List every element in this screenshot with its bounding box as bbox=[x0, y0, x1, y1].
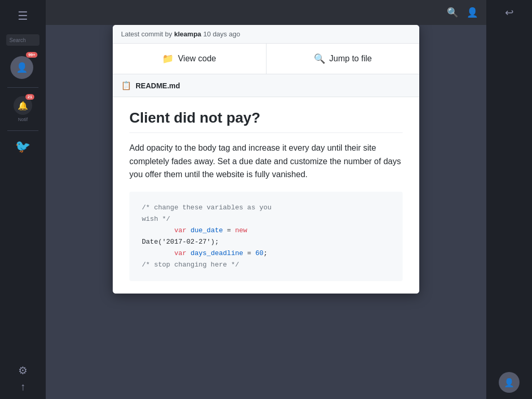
code-semicolon: ; bbox=[263, 249, 268, 257]
notifications-label: Notif bbox=[18, 117, 28, 122]
readme-heading: Client did not pay? bbox=[129, 110, 403, 133]
search-bar[interactable]: Search bbox=[6, 34, 39, 46]
view-code-label: View code bbox=[178, 54, 216, 63]
code-date-string: Date('2017-02-27'); bbox=[142, 238, 219, 246]
code-indent-2 bbox=[142, 249, 174, 257]
jump-label: Jump to file bbox=[329, 54, 372, 63]
github-card: Latest commit by kleampa 10 days ago 📁 V… bbox=[113, 25, 419, 294]
sidebar-divider-2 bbox=[7, 130, 38, 131]
search-icon[interactable]: 🔍 bbox=[447, 7, 458, 18]
code-keyword-var2: var bbox=[174, 249, 186, 257]
commit-author: kleampa bbox=[174, 30, 201, 38]
search-placeholder: Search bbox=[9, 37, 26, 43]
main-content: 🔍 👤 Latest commit by kleampa 10 days ago… bbox=[46, 0, 486, 399]
search-jump-icon: 🔍 bbox=[314, 53, 325, 64]
commit-prefix: Latest commit by bbox=[121, 30, 172, 38]
menu-icon[interactable]: ☰ bbox=[15, 6, 31, 26]
code-eq-1: = bbox=[223, 227, 235, 234]
settings-icon[interactable]: ⚙ bbox=[18, 364, 28, 377]
code-eq-2: = bbox=[243, 249, 255, 257]
code-space-2 bbox=[187, 249, 191, 257]
notifications-group: 🔔 21 Notif bbox=[14, 96, 32, 122]
code-var-days-deadline: days_deadline bbox=[191, 249, 243, 257]
avatar: 👤 bbox=[10, 56, 33, 79]
commit-suffix: 10 days ago bbox=[203, 30, 240, 38]
readme-filename: README.md bbox=[136, 82, 180, 90]
notifications-icon-badge[interactable]: 🔔 21 bbox=[14, 96, 32, 115]
avatar-container[interactable]: 99+ 👤 bbox=[10, 54, 35, 79]
jump-to-file-button[interactable]: 🔍 Jump to file bbox=[267, 44, 420, 74]
view-code-button[interactable]: 📁 View code bbox=[113, 44, 267, 74]
readme-description: Add opacity to the body tag and increase… bbox=[129, 141, 403, 181]
code-keyword-new: new bbox=[235, 227, 247, 234]
folder-icon: 📁 bbox=[162, 53, 174, 64]
code-comment-1: /* change these variables as youwish */ bbox=[142, 204, 272, 223]
code-space-1 bbox=[187, 227, 191, 234]
sidebar-divider-1 bbox=[7, 87, 38, 88]
top-bar: 🔍 👤 bbox=[46, 0, 486, 25]
share-icon[interactable]: ↩ bbox=[505, 6, 514, 19]
left-sidebar: ☰ Search 99+ 👤 🔔 21 Notif 🐦 ⚙ ↑ bbox=[0, 0, 46, 399]
code-keyword-var1: var bbox=[174, 227, 186, 234]
twitter-icon[interactable]: 🐦 bbox=[15, 139, 31, 154]
user-icon[interactable]: 👤 bbox=[467, 7, 478, 18]
center-panel: Latest commit by kleampa 10 days ago 📁 V… bbox=[46, 25, 486, 399]
code-comment-2: /* stop changing here */ bbox=[142, 261, 239, 269]
right-sidebar: ↩ 👤 bbox=[486, 0, 532, 399]
notifications-badge: 21 bbox=[25, 94, 34, 100]
code-num-60: 60 bbox=[255, 249, 263, 257]
avatar-badge: 99+ bbox=[26, 52, 37, 58]
code-block: /* change these variables as youwish */ … bbox=[129, 192, 403, 282]
sidebar-bottom-group: ⚙ ↑ bbox=[18, 364, 28, 393]
upload-icon[interactable]: ↑ bbox=[20, 381, 25, 393]
readme-content: Client did not pay? Add opacity to the b… bbox=[113, 97, 419, 294]
code-indent-1 bbox=[142, 227, 174, 234]
readme-icon: 📋 bbox=[121, 81, 131, 90]
readme-header: 📋 README.md bbox=[113, 74, 419, 97]
right-avatar[interactable]: 👤 bbox=[499, 372, 520, 393]
action-buttons: 📁 View code 🔍 Jump to file bbox=[113, 44, 419, 74]
code-var-due-date: due_date bbox=[191, 227, 223, 234]
commit-bar: Latest commit by kleampa 10 days ago bbox=[113, 25, 419, 44]
